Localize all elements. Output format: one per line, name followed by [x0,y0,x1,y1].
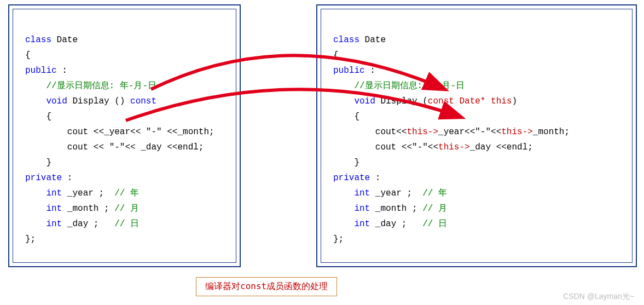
kw-int: int [354,188,370,198]
kw-int: int [46,188,62,198]
kw-void: void [354,96,375,106]
txt: { [354,112,359,122]
kw-class: class [333,35,359,45]
txt: cout << "-"<< _day <<endl; [67,142,204,152]
right-code-box: class Date { public : //显示日期信息: 年-月-日 vo… [316,4,637,267]
txt: _day <<endl; [470,142,533,152]
txt: } [354,158,359,168]
kw-private: private [333,173,370,183]
txt: _month; [533,127,570,137]
txt: _day ; [370,219,422,229]
comment: //显示日期信息: 年-月-日 [354,81,465,91]
txt: : [365,66,375,76]
kw-int: int [46,204,62,214]
comment: // 月 [114,204,139,214]
right-code-inner: class Date { public : //显示日期信息: 年-月-日 vo… [321,9,633,263]
kw-void: void [46,96,67,106]
txt: : [62,173,72,183]
kw-public: public [333,66,365,76]
txt: _day ; [62,219,114,229]
txt: _year ; [370,188,422,198]
txt: _month ; [370,204,422,214]
txt: Date [51,35,78,45]
this-ptr: this-> [407,127,438,137]
txt: { [25,50,31,60]
watermark: CSDN @Layman光~ [563,292,634,302]
comment: // 日 [114,219,139,229]
txt: { [333,50,339,60]
kw-public: public [25,66,57,76]
txt: ) [512,96,517,106]
kw-class: class [25,35,51,45]
this-ptr: this-> [501,127,533,137]
txt: { [46,112,51,122]
kw-const: const [130,96,156,106]
kw-private: private [25,173,62,183]
txt: Date [359,35,386,45]
txt: cout<< [375,127,407,137]
const-date-this: const Date* this [428,96,512,106]
comment: // 月 [422,204,447,214]
txt: cout <<"-"<< [375,142,438,152]
txt: : [370,173,380,183]
txt: cout <<_year<< "-" <<_month; [67,127,214,137]
txt: }; [25,234,36,244]
comment: // 年 [422,188,447,198]
txt: Display () [67,96,130,106]
this-ptr: this-> [438,142,470,152]
kw-int: int [354,219,370,229]
comment: // 年 [114,188,139,198]
left-code-box: class Date { public : //显示日期信息: 年-月-日 vo… [8,4,241,267]
comment: //显示日期信息: 年-月-日 [46,81,156,91]
txt: }; [333,234,344,244]
kw-int: int [354,204,370,214]
txt: _year<<"-"<< [438,127,501,137]
comment: // 日 [422,219,447,229]
txt: Display ( [375,96,428,106]
caption-box: 编译器对const成员函数的处理 [196,277,337,296]
txt: } [46,158,51,168]
txt: _year ; [62,188,114,198]
kw-int: int [46,219,62,229]
left-code-inner: class Date { public : //显示日期信息: 年-月-日 vo… [13,9,236,263]
txt: _month ; [62,204,114,214]
txt: : [57,66,67,76]
